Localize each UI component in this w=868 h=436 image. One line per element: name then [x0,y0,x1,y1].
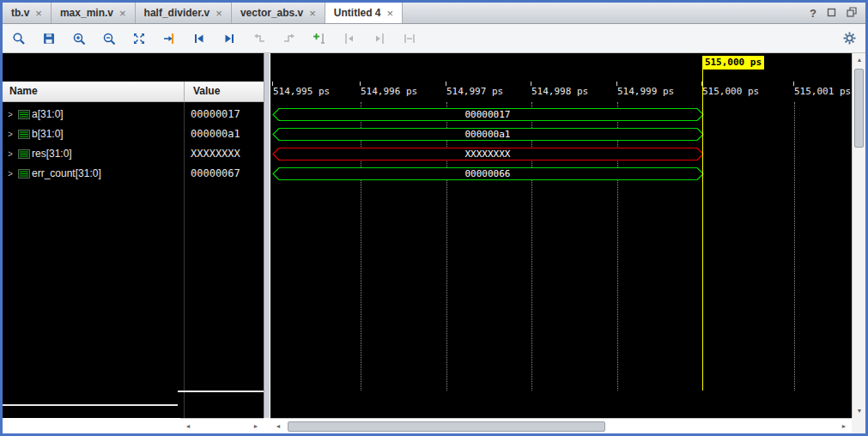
close-icon[interactable]: × [309,8,316,19]
wave-row-a[interactable]: 00000017 [270,105,852,124]
window-controls: ? [801,3,865,23]
tab-half-divider-v[interactable]: half_divider.v × [136,3,232,23]
add-marker-button[interactable] [312,31,327,46]
zoom-in-icon [72,32,86,45]
waveform-horizontal-scrollbar[interactable]: ◄ ► [270,418,852,433]
column-header-name[interactable]: Name [9,82,38,101]
scroll-right-icon[interactable]: ► [250,419,262,434]
previous-transition-button [252,31,267,46]
simulation-waveform-window: tb.v × max_min.v × half_divider.v × vect… [0,0,868,436]
scroll-down-icon[interactable]: ▼ [853,404,866,418]
expand-icon[interactable]: > [8,105,13,124]
swap-cursors-button [402,31,417,46]
signal-name: res[31:0] [32,144,72,164]
swap-cursors-icon [403,32,416,45]
ruler-label: 515,000 ps [702,86,759,97]
panel-splitter[interactable] [264,53,270,433]
zoom-in-button[interactable] [71,31,87,46]
waveform-toolbar [3,24,865,53]
bus-signal-icon [18,149,30,159]
expand-icon[interactable]: > [8,124,13,144]
float-window-icon[interactable] [827,5,836,21]
expand-icon[interactable]: > [8,144,13,164]
signal-row-err-count[interactable]: > err_count[31:0] 00000067 [3,164,264,184]
scroll-up-icon[interactable]: ▲ [853,53,866,67]
wave-row-b[interactable]: 000000a1 [270,124,852,144]
find-button[interactable] [11,31,27,46]
ruler-label: 514,997 ps [446,86,503,97]
zoom-fit-button[interactable] [131,31,147,46]
ruler-label: 514,996 ps [361,86,417,97]
wave-row-res[interactable]: XXXXXXXX [270,144,852,164]
tab-untitled-4[interactable]: Untitled 4 × [325,3,403,23]
close-icon[interactable]: × [387,8,394,19]
scroll-left-icon[interactable]: ◄ [182,419,194,434]
bus-value-label: 000000a1 [272,129,703,140]
signal-row-res[interactable]: > res[31:0] XXXXXXXX [3,144,264,164]
tab-label: vector_abs.v [240,7,303,19]
signal-value: 000000a1 [191,124,240,144]
tab-label: max_min.v [60,7,113,19]
gear-icon [842,31,857,45]
vertical-scrollbar[interactable]: ▲ ▼ [852,53,865,418]
zoom-out-icon [102,32,116,45]
zoom-out-button[interactable] [101,31,117,46]
scroll-right-icon[interactable]: ► [838,419,850,434]
previous-marker-icon [343,32,356,45]
scrollbar-corner [852,418,865,433]
save-wave-config-button[interactable] [41,31,57,46]
column-header-value[interactable]: Value [193,82,220,101]
ruler-label: 514,995 ps [273,86,330,97]
close-icon[interactable]: × [215,8,222,19]
signal-names-panel: Name Value > a[31:0] 00000017 > b[31:0] … [3,53,264,418]
next-transition-icon [282,32,296,45]
save-icon [42,32,56,45]
signal-row-a[interactable]: > a[31:0] 00000017 [3,105,264,124]
signal-table-header: Name Value [3,82,264,102]
scroll-left-icon[interactable]: ◄ [272,419,284,434]
waveform-panel[interactable]: 515,000 ps 514,995 ps 514,996 ps 514,997… [270,53,852,418]
expand-icon[interactable]: > [8,164,13,184]
bus-value-label: 00000017 [272,109,703,120]
next-marker-icon [373,32,386,45]
add-marker-icon [313,32,326,45]
signal-value: XXXXXXXX [191,144,240,164]
close-icon[interactable]: × [35,8,42,19]
values-horizontal-scrollbar[interactable]: ◄ ► [180,418,264,433]
tab-label: Untitled 4 [334,7,381,19]
cursor-line[interactable] [702,70,703,391]
signal-name: err_count[31:0] [32,164,101,184]
horizontal-scrollbar-thumb[interactable] [288,421,605,432]
ruler-label: 514,998 ps [531,86,588,97]
bus-value-label: XXXXXXXX [272,148,703,160]
signal-name: b[31:0] [32,124,64,144]
signal-name: a[31:0] [32,105,64,124]
go-to-time-zero-button[interactable] [191,31,207,46]
bus-signal-icon [18,169,30,179]
help-icon[interactable]: ? [810,7,816,20]
go-to-last-time-button[interactable] [222,31,237,46]
close-icon[interactable]: × [119,8,126,19]
previous-marker-button [342,31,357,46]
previous-transition-icon [252,32,266,45]
panel-divider [3,404,178,406]
next-transition-button [282,31,297,46]
vertical-scrollbar-thumb[interactable] [854,69,864,148]
document-tabbar: tb.v × max_min.v × half_divider.v × vect… [3,3,865,24]
column-divider[interactable] [184,82,185,102]
next-marker-button [372,31,387,46]
signal-row-b[interactable]: > b[31:0] 000000a1 [3,124,264,144]
tab-tb-v[interactable]: tb.v × [3,3,52,23]
zoom-to-cursor-button[interactable] [161,31,177,46]
signal-value: 00000067 [191,164,240,184]
time-ruler[interactable]: 514,995 ps 514,996 ps 514,997 ps 514,998… [270,82,852,102]
go-to-last-time-icon [222,32,236,45]
ruler-label: 514,999 ps [617,86,674,97]
maximize-icon[interactable] [847,5,857,21]
settings-button[interactable] [841,31,857,46]
tab-max-min-v[interactable]: max_min.v × [52,3,136,23]
cursor-time-label[interactable]: 515,000 ps [702,56,764,70]
tab-vector-abs-v[interactable]: vector_abs.v × [232,3,325,23]
bottom-scrollbar-row: ◄ ► ◄ ► [3,418,865,433]
wave-row-err-count[interactable]: 00000066 [270,164,852,184]
